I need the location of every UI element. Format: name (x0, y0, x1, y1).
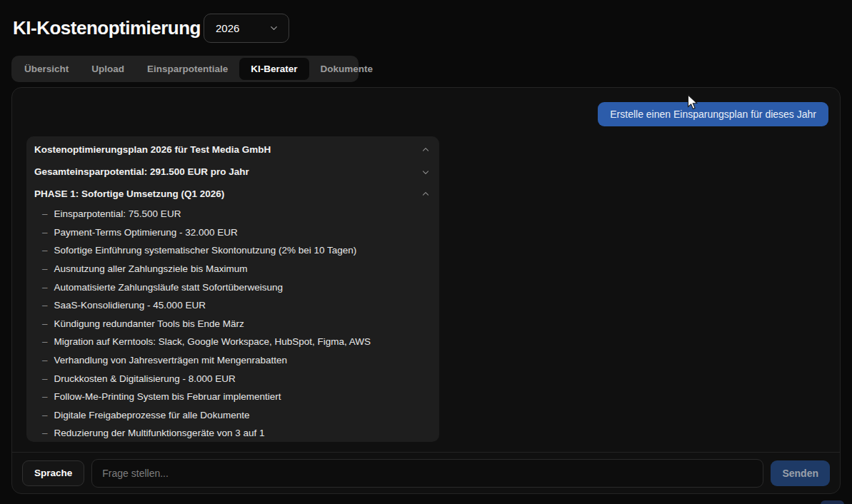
plan-list-item: – Ausnutzung aller Zahlungsziele bis Max… (34, 260, 431, 278)
accordion-section-title: Gesamteinsparpotential: 291.500 EUR pro … (34, 166, 249, 177)
dash-bullet: – (42, 391, 48, 402)
tab-einsparpotentiale[interactable]: Einsparpotentiale (136, 58, 239, 80)
dash-bullet: – (42, 227, 48, 238)
dash-bullet: – (42, 300, 48, 311)
plan-list-item: – SaaS-Konsolidierung - 45.000 EUR (34, 296, 431, 315)
dash-bullet: – (42, 245, 48, 256)
tab-ki-berater[interactable]: KI-Berater (239, 58, 309, 80)
language-button[interactable]: Sprache (22, 460, 84, 486)
chevron-down-icon (269, 23, 279, 34)
advisor-panel: Erstelle einen Einsparungsplan für diese… (11, 87, 841, 494)
question-input[interactable] (91, 459, 763, 488)
plan-list-item: – Reduzierung der Multifunktionsgeräte v… (34, 424, 431, 442)
accordion-section-header[interactable]: Gesamteinsparpotential: 291.500 EUR pro … (34, 161, 431, 183)
accordion-section-header[interactable]: Kostenoptimierungsplan 2026 für Test Med… (34, 138, 431, 161)
dash-bullet: – (42, 428, 48, 438)
plan-list-item: – Payment-Terms Optimierung - 32.000 EUR (34, 223, 431, 242)
plan-list-item: – Verhandlung von Jahresverträgen mit Me… (34, 351, 431, 370)
plan-list-item: – Druckkosten & Digitalisierung - 8.000 … (34, 369, 431, 388)
plan-list-item: – Automatisierte Zahlungsläufe statt Sof… (34, 278, 431, 296)
accordion-section-header[interactable]: PHASE 1: Sofortige Umsetzung (Q1 2026) (34, 183, 431, 205)
tab-dokumente[interactable]: Dokumente (309, 58, 385, 80)
tab-übersicht[interactable]: Übersicht (13, 58, 80, 80)
dash-bullet: – (42, 373, 48, 384)
accordion-section-title: PHASE 1: Sofortige Umsetzung (Q1 2026) (34, 188, 224, 199)
create-plan-button[interactable]: Erstelle einen Einsparungsplan für diese… (598, 102, 828, 126)
page-title: KI-Kostenoptimierung (13, 17, 201, 39)
plan-list-item: – Sofortige Einführung systematischer Sk… (34, 241, 431, 260)
plan-list-item: – Follow-Me-Printing System bis Februar … (34, 388, 431, 406)
plan-accordion: Kostenoptimierungsplan 2026 für Test Med… (26, 136, 439, 442)
dash-bullet: – (42, 282, 48, 293)
chevron-down-icon (421, 167, 431, 177)
year-select-value: 2026 (216, 22, 239, 34)
dash-bullet: – (42, 410, 48, 420)
plan-list-item: – Kündigung redundanter Tools bis Ende M… (34, 315, 431, 333)
dash-bullet: – (42, 263, 48, 274)
chat-footer: Sprache Senden (12, 452, 840, 493)
plan-list-item: – Einsparpotential: 75.500 EUR (34, 205, 431, 223)
offscreen-button-peek[interactable] (821, 500, 844, 504)
dash-bullet: – (42, 336, 48, 347)
plan-list-item: – Digitale Freigabeprozesse für alle Dok… (34, 406, 431, 425)
send-button[interactable]: Senden (771, 460, 830, 486)
chevron-up-icon (421, 145, 431, 155)
accordion-section-title: Kostenoptimierungsplan 2026 für Test Med… (34, 144, 271, 155)
year-select[interactable]: 2026 (204, 14, 289, 43)
dash-bullet: – (42, 355, 48, 366)
plan-list-item: – Migration auf Kerntools: Slack, Google… (34, 333, 431, 351)
dash-bullet: – (42, 208, 48, 219)
chevron-up-icon (421, 189, 431, 199)
tab-bar: Übersicht Upload Einsparpotentiale KI-Be… (11, 56, 359, 82)
dash-bullet: – (42, 318, 48, 329)
tab-upload[interactable]: Upload (80, 58, 136, 80)
app-root: { "app": { "title": "KI-Kostenoptimierun… (0, 0, 852, 504)
